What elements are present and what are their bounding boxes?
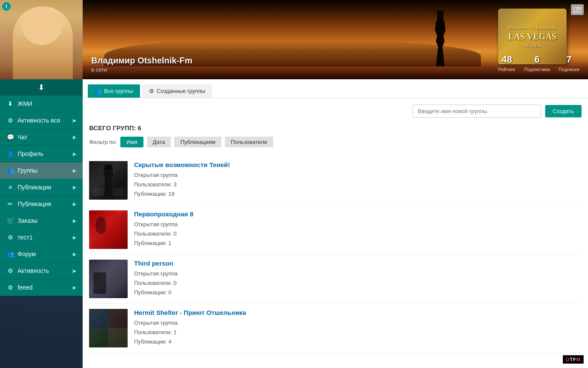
group-2-type: Открытая группа [134, 220, 582, 229]
filter-users-button[interactable]: Пользователи [225, 137, 273, 147]
sidebar-item-test1[interactable]: ⚙ тест1 ▶ [0, 229, 83, 246]
create-group-button[interactable]: Создать [545, 105, 582, 117]
chevron-right-icon: ▶ [73, 118, 76, 123]
stat-subscribers: 6 Подписчики [524, 54, 550, 73]
svg-point-2 [575, 8, 576, 9]
main-content: Welcome to Fabulous LAS VEGAS NEVADA Вла… [83, 0, 588, 368]
sidebar-item-label: Чат [18, 134, 27, 141]
sidebar-item-publications[interactable]: ≡ Публикации ▶ [0, 179, 83, 196]
chevron-right-icon: ▶ [73, 235, 76, 240]
gear-icon-activity: ⚙ [6, 117, 14, 124]
sidebar: i ⬇ ⬇ ЖМИ ⚙ Активность вся ▶ [0, 0, 83, 368]
filter-label: Фильтр по: [89, 139, 117, 145]
group-4-name[interactable]: Hermit Shelter - Приют Отшельника [134, 309, 582, 316]
cart-icon: 🛒 [6, 217, 14, 224]
subscriptions-number: 7 [558, 54, 579, 65]
group-item: Hermit Shelter - Приют Отшельника Открыт… [89, 304, 582, 353]
groups-icon: 👥 [6, 167, 14, 174]
gear-icon-feeed: ⚙ [6, 284, 14, 291]
avatar-area: i [0, 0, 83, 79]
header-stats: 48 Рейтинг 6 Подписчики 7 Подписки [498, 54, 579, 73]
chevron-right-icon: ▶ [73, 251, 76, 257]
filter-date-button[interactable]: Дата [147, 137, 171, 147]
svg-rect-1 [573, 7, 581, 13]
sidebar-item-label: ЖМИ [18, 100, 33, 107]
group-thumb-2 [89, 210, 128, 249]
group-4-publications: Публикации: 4 [134, 337, 582, 347]
group-2-info: Первопроходная 8 Открытая группа Пользов… [134, 210, 582, 248]
create-group-input[interactable] [412, 105, 541, 118]
forum-icon: 👥 [6, 250, 14, 258]
group-item: Third person Открытая группа Пользовател… [89, 254, 582, 304]
subscriptions-label: Подписки [558, 67, 579, 72]
group-1-name[interactable]: Скрытые возможности Теней! [134, 161, 582, 168]
sidebar-item-label: Активность [18, 267, 49, 274]
sidebar-item-label: feeed [18, 284, 33, 291]
group-2-name[interactable]: Первопроходная 8 [134, 210, 582, 218]
chevron-right-icon: ▶ [73, 151, 76, 157]
chevron-right-icon: ▶ [73, 135, 76, 140]
group-item: Первопроходная 8 Открытая группа Пользов… [89, 205, 582, 254]
sidebar-item-label: тест1 [18, 234, 33, 241]
page-wrapper: i ⬇ ⬇ ЖМИ ⚙ Активность вся ▶ [0, 0, 588, 368]
nav-menu: ⬇ ЖМИ ⚙ Активность вся ▶ 💬 Чат ▶ [0, 96, 83, 296]
sidebar-item-profile[interactable]: 👤 Профиль ▶ [0, 146, 83, 162]
header-status: в сети [91, 66, 192, 73]
total-groups-label: ВСЕГО ГРУПП: 6 [89, 124, 582, 132]
chevron-right-icon: ▶ [73, 185, 76, 190]
header-banner: Welcome to Fabulous LAS VEGAS NEVADA Вла… [83, 0, 588, 79]
sidebar-item-orders[interactable]: 🛒 Заказы ▶ [0, 212, 83, 229]
group-4-type: Открытая группа [134, 318, 582, 328]
create-group-row: Создать [89, 105, 582, 118]
header-username: Владимир Otshelnik-Fm [91, 56, 192, 66]
group-4-info: Hermit Shelter - Приют Отшельника Открыт… [134, 309, 582, 347]
header-user-info: Владимир Otshelnik-Fm в сети [91, 56, 192, 73]
group-thumb-3 [89, 260, 128, 298]
sidebar-item-publication[interactable]: ✏ Публикация ▶ [0, 196, 83, 212]
group-2-publications: Публикации: 1 [134, 239, 582, 248]
group-1-users: Пользователи: 3 [134, 180, 582, 189]
groups-content: Создать ВСЕГО ГРУПП: 6 Фильтр по: Имя Да… [83, 98, 588, 359]
sidebar-item-feeed[interactable]: ⚙ feeed ▶ [0, 279, 83, 296]
group-3-name[interactable]: Third person [134, 260, 582, 267]
download-icon[interactable]: ⬇ [38, 83, 45, 92]
group-3-info: Third person Открытая группа Пользовател… [134, 260, 582, 297]
sidebar-item-forum[interactable]: 👥 Форум ▶ [0, 246, 83, 263]
sidebar-item-chat[interactable]: 💬 Чат ▶ [0, 129, 83, 146]
sidebar-item-label: Публикация [18, 200, 51, 207]
download-bar: ⬇ [0, 79, 83, 96]
groups-tab-icon: 👥 [95, 88, 101, 94]
edit-icon: ✏ [6, 200, 14, 208]
stat-subscriptions: 7 Подписки [558, 54, 579, 73]
rating-label: Рейтинг [498, 67, 515, 72]
content-section: 👥 Все группы ⚙ Созданные группы Создать [83, 79, 588, 368]
sidebar-item-label: Форум [18, 251, 36, 257]
sidebar-item-jmi[interactable]: ⬇ ЖМИ [0, 96, 83, 112]
gear-icon-act: ⚙ [6, 267, 14, 275]
group-3-users: Пользователи: 0 [134, 278, 582, 288]
chevron-right-icon: ▶ [73, 168, 76, 174]
group-1-publications: Публикации: 19 [134, 189, 582, 199]
tab-created-groups[interactable]: ⚙ Созданные группы [142, 84, 212, 98]
sidebar-item-groups[interactable]: 👥 Группы ▶ [0, 162, 83, 179]
sidebar-item-activity-all[interactable]: ⚙ Активность вся ▶ [0, 112, 83, 129]
list-icon: ≡ [6, 183, 14, 191]
group-3-publications: Публикации: 0 [134, 288, 582, 297]
sidebar-item-label: Профиль [18, 150, 43, 157]
sidebar-item-activity[interactable]: ⚙ Активность ▶ [0, 263, 83, 279]
group-2-users: Пользователи: 0 [134, 229, 582, 239]
chat-icon: 💬 [6, 133, 14, 141]
tab-all-groups[interactable]: 👥 Все группы [88, 84, 140, 98]
sidebar-item-label: Публикации [18, 184, 51, 191]
image-icon[interactable] [571, 4, 584, 15]
avatar-bg [0, 0, 83, 79]
sidebar-item-label: Группы [18, 167, 38, 174]
subscribers-number: 6 [524, 54, 550, 65]
filter-publications-button[interactable]: Публикациям [174, 137, 221, 147]
filter-name-button[interactable]: Имя [120, 137, 143, 147]
info-badge[interactable]: i [2, 2, 11, 11]
rating-number: 48 [498, 54, 515, 65]
group-thumb-4 [89, 309, 128, 347]
group-1-type: Открытая группа [134, 171, 582, 180]
chevron-right-icon: ▶ [73, 285, 76, 290]
